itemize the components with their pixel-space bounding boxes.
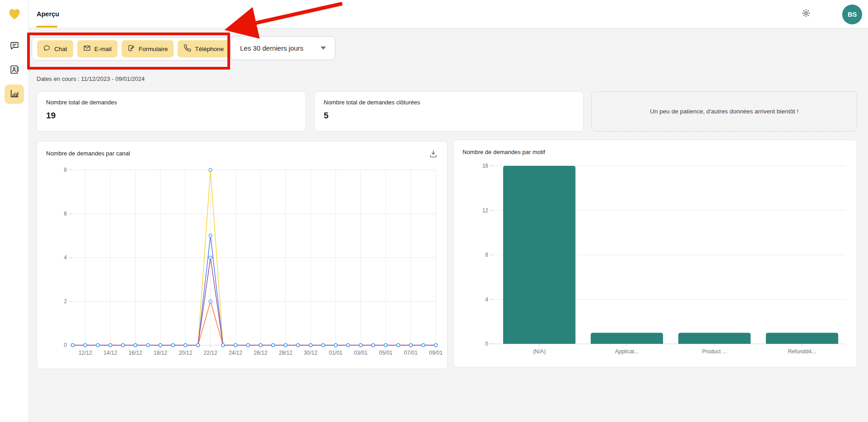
- download-icon: [429, 150, 438, 160]
- chat-bubble-icon: [9, 41, 19, 52]
- svg-text:8: 8: [64, 167, 67, 173]
- svg-text:22/12: 22/12: [204, 350, 217, 356]
- avatar[interactable]: BS: [842, 5, 862, 24]
- svg-text:09/01: 09/01: [429, 350, 443, 356]
- svg-text:Product ...: Product ...: [702, 348, 727, 355]
- svg-text:30/12: 30/12: [304, 350, 317, 356]
- gear-icon: [802, 9, 811, 19]
- svg-text:12/12: 12/12: [79, 350, 92, 356]
- header: Aperçu BS: [28, 0, 868, 28]
- stat-value: 5: [324, 111, 329, 121]
- svg-text:01/01: 01/01: [329, 350, 342, 356]
- svg-text:07/01: 07/01: [404, 350, 418, 356]
- svg-text:4: 4: [485, 296, 488, 303]
- svg-text:0: 0: [485, 341, 488, 347]
- svg-text:14/12: 14/12: [104, 350, 117, 356]
- svg-text:16: 16: [482, 163, 489, 169]
- sidebar-item-conversations[interactable]: [5, 37, 24, 56]
- date-range-label: Dates en cours : 11/12/2023 - 09/01/2024: [37, 75, 145, 82]
- placeholder-text: Un peu de patience, d'autres données arr…: [650, 108, 798, 115]
- svg-text:6: 6: [64, 211, 67, 217]
- filter-button-telephone[interactable]: Téléphone: [178, 40, 230, 57]
- address-book-icon: [9, 65, 19, 76]
- stat-card-demandes-cloturees: Nombre total de demandes clôturées 5: [314, 91, 584, 131]
- svg-text:24/12: 24/12: [229, 350, 242, 356]
- period-select[interactable]: Les 30 derniers jours: [231, 36, 335, 60]
- svg-text:28/12: 28/12: [279, 350, 292, 356]
- bar-chart-card: Nombre de demandes par motif 0481216(N/A…: [453, 140, 857, 367]
- svg-text:03/01: 03/01: [354, 350, 368, 356]
- line-chart-plot: 0246812/1214/1216/1218/1220/1222/1224/12…: [37, 141, 448, 370]
- form-icon: [127, 44, 135, 53]
- bar-chart-plot: 0481216(N/A)Applicat...Product ...Refund…: [453, 140, 858, 368]
- sidebar: [0, 0, 29, 422]
- filter-button-email[interactable]: E-mail: [77, 40, 118, 57]
- stat-label: Nombre total de demandes clôturées: [324, 99, 420, 106]
- svg-text:4: 4: [64, 254, 67, 261]
- heart-logo-icon: [5, 5, 24, 23]
- phone-icon: [184, 44, 191, 53]
- svg-text:26/12: 26/12: [254, 350, 267, 356]
- svg-text:Refundd4...: Refundd4...: [788, 348, 816, 355]
- stat-card-total-demandes: Nombre total de demandes 19: [37, 91, 306, 131]
- period-select-value: Les 30 derniers jours: [240, 44, 303, 52]
- svg-text:05/01: 05/01: [379, 350, 392, 356]
- channel-filter-group: Chat E-mail Formulaire Téléphone: [32, 37, 230, 61]
- svg-text:2: 2: [64, 298, 67, 305]
- svg-text:(N/A): (N/A): [533, 348, 546, 355]
- chevron-down-icon: [321, 47, 326, 50]
- settings-button[interactable]: [798, 6, 814, 22]
- line-chart-card: Nombre de demandes par canal 0246812/121…: [37, 141, 448, 369]
- svg-text:12: 12: [482, 207, 489, 214]
- svg-text:16/12: 16/12: [128, 350, 142, 356]
- svg-text:20/12: 20/12: [179, 350, 192, 356]
- filter-button-formulaire[interactable]: Formulaire: [122, 40, 174, 57]
- tab-apercu[interactable]: Aperçu: [37, 0, 59, 28]
- sidebar-item-statistics[interactable]: [5, 84, 24, 104]
- bar-chart-title: Nombre de demandes par motif: [462, 149, 545, 155]
- svg-text:18/12: 18/12: [154, 350, 167, 356]
- line-chart-title: Nombre de demandes par canal: [46, 150, 130, 157]
- chat-icon: [43, 44, 51, 53]
- download-button[interactable]: [427, 149, 439, 160]
- svg-text:Applicat...: Applicat...: [615, 348, 639, 355]
- svg-text:8: 8: [485, 252, 488, 258]
- envelope-icon: [83, 44, 91, 53]
- filter-button-chat[interactable]: Chat: [37, 40, 73, 57]
- placeholder-card: Un peu de patience, d'autres données arr…: [591, 91, 857, 131]
- sidebar-item-contacts[interactable]: [5, 61, 24, 80]
- svg-text:0: 0: [64, 342, 67, 348]
- active-tab-underline: [36, 26, 57, 28]
- stat-label: Nombre total de demandes: [46, 99, 117, 106]
- bar-chart-icon: [9, 89, 19, 100]
- app-window: Aperçu BS Chat E-mail Formulaire Télépho…: [0, 0, 868, 422]
- stat-value: 19: [46, 111, 56, 121]
